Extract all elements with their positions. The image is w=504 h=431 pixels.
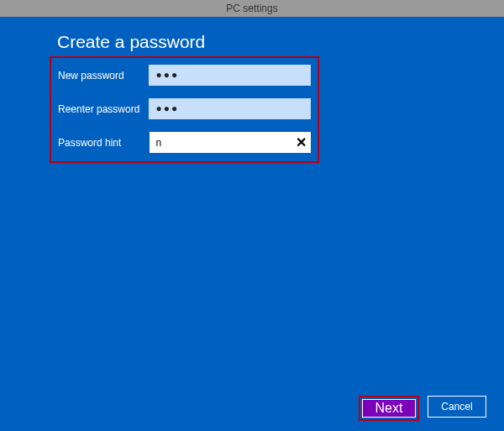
next-button[interactable]: Next <box>362 399 416 418</box>
reenter-password-input[interactable]: ●●● <box>149 98 311 119</box>
create-password-page: Create a password New password ●●● Reent… <box>0 17 504 431</box>
new-password-input[interactable]: ●●● <box>149 65 311 86</box>
reenter-password-row: Reenter password ●●● <box>58 98 311 119</box>
cancel-button[interactable]: Cancel <box>428 396 486 418</box>
password-hint-input[interactable] <box>150 132 311 153</box>
window-titlebar: PC settings <box>0 0 504 17</box>
clear-input-icon[interactable]: ✕ <box>291 132 311 153</box>
page-title: Create a password <box>57 32 205 52</box>
password-hint-row: Password hint ✕ <box>58 132 311 153</box>
password-hint-input-wrap: ✕ <box>150 132 311 153</box>
new-password-row: New password ●●● <box>58 65 311 86</box>
next-button-highlight: Next <box>359 396 419 421</box>
password-hint-label: Password hint <box>58 137 150 149</box>
footer-buttons: Next Cancel <box>359 396 486 421</box>
password-form: New password ●●● Reenter password ●●● Pa… <box>50 56 319 163</box>
reenter-password-label: Reenter password <box>58 103 149 115</box>
new-password-label: New password <box>58 70 149 81</box>
